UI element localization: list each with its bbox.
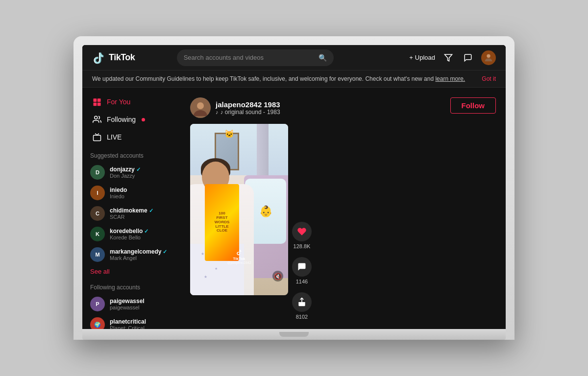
chidimokeme-name: chidimokeme ✓: [110, 207, 172, 214]
music-note-icon: ♪: [216, 109, 219, 115]
sound-name: 1983: [267, 109, 280, 116]
star-1: ★: [201, 252, 204, 256]
sidebar-item-following[interactable]: Following: [84, 111, 178, 128]
markangelcomedy-name: markangelcomedy ✓: [110, 248, 172, 255]
star-2: ★: [215, 267, 218, 271]
banner-got-it-button[interactable]: Got it: [482, 75, 496, 82]
suggested-account-chidimokeme[interactable]: C chidimokeme ✓ SCAR: [82, 203, 180, 224]
svg-point-1: [487, 54, 490, 57]
video-thumbnail-row: 🐱 👶: [190, 124, 496, 320]
svg-rect-3: [98, 98, 101, 102]
video-sound: ♪ ♪ original sound - 1983: [216, 109, 280, 116]
tiktok-wm-text: TikTok: [233, 257, 245, 261]
tiktok-watermark-area: TikTok @jalapeno2842: [227, 249, 251, 264]
filter-icon[interactable]: [442, 51, 455, 64]
sidebar-item-live[interactable]: LIVE: [84, 129, 178, 145]
koredebello-verified: ✓: [144, 228, 148, 235]
markangelcomedy-handle: Mark Angel: [110, 255, 172, 261]
tiktok-logo-icon: [92, 51, 106, 65]
comment-icon: [292, 257, 312, 277]
planetcritical-avatar: 🌍: [90, 317, 105, 329]
chidimokeme-handle: SCAR: [110, 214, 172, 220]
content-area: jalapeno28421983 ♪ ♪ original sound - 19…: [180, 88, 506, 329]
video-thumbnail[interactable]: 🐱 👶: [190, 124, 288, 295]
chidimokeme-info: chidimokeme ✓ SCAR: [110, 207, 172, 220]
following-icon: [92, 115, 102, 124]
iniedo-handle: Iniedo: [110, 193, 172, 199]
planetcritical-handle: Planet: Critical: [110, 325, 172, 329]
comment-action[interactable]: 1146: [292, 257, 312, 284]
paigewassel-handle: paigewassel: [110, 305, 172, 310]
koredebello-avatar: K: [90, 227, 105, 241]
following-notification-badge: [142, 118, 145, 121]
following-accounts-title: Following accounts: [82, 278, 180, 294]
suggested-accounts-title: Suggested accounts: [82, 146, 180, 162]
video-scene: 🐱 👶: [190, 124, 288, 295]
mute-button[interactable]: 🔇: [272, 271, 283, 282]
following-account-planetcritical[interactable]: 🌍 planetcritical Planet: Critical: [82, 314, 180, 329]
iniedo-info: iniedo Iniedo: [110, 187, 172, 199]
for-you-icon: [92, 97, 102, 106]
share-icon: [292, 292, 312, 312]
iniedo-name: iniedo: [110, 187, 172, 193]
svg-rect-2: [94, 98, 97, 102]
mute-icon: 🔇: [274, 273, 282, 280]
sound-prefix: ♪ original sound -: [220, 109, 265, 116]
video-user-row: jalapeno28421983 ♪ ♪ original sound - 19…: [190, 97, 280, 118]
markangelcomedy-verified: ✓: [163, 249, 167, 255]
svg-point-6: [95, 116, 98, 119]
donjazzy-verified: ✓: [136, 166, 141, 173]
suggested-account-iniedo[interactable]: I iniedo Iniedo: [82, 183, 180, 203]
suggested-account-markangelcomedy[interactable]: M markangelcomedy ✓ Mark Angel: [82, 244, 180, 265]
upload-label: Upload: [415, 54, 435, 61]
svg-rect-4: [94, 103, 97, 106]
star-4: ★: [204, 275, 207, 279]
video-actions: 128.8K 1146: [292, 124, 312, 320]
svg-marker-0: [445, 54, 452, 61]
logo-area: TikTok: [92, 51, 135, 65]
like-count: 128.8K: [294, 243, 311, 249]
sidebar-item-for-you[interactable]: For You: [84, 94, 178, 110]
koredebello-name: koredebello ✓: [110, 228, 172, 235]
tiktok-wm-logo: [236, 249, 243, 257]
app-container: TikTok Search accounts and videos 🔍 + Up…: [82, 45, 506, 329]
upload-prefix: +: [409, 54, 413, 61]
user-avatar[interactable]: [481, 50, 496, 65]
koredebello-handle: Korede Bello: [110, 235, 172, 240]
planetcritical-name: planetcritical: [110, 318, 172, 325]
like-icon: [292, 222, 312, 241]
donjazzy-info: donjazzy ✓ Don Jazzy: [110, 166, 172, 179]
video-header-row: jalapeno28421983 ♪ ♪ original sound - 19…: [190, 97, 496, 118]
paigewassel-info: paigewassel paigewassel: [110, 298, 172, 310]
donjazzy-handle: Don Jazzy: [110, 173, 172, 179]
video-creator-avatar: [190, 97, 211, 118]
svg-rect-7: [94, 135, 101, 141]
message-icon[interactable]: [462, 51, 474, 64]
for-you-label: For You: [107, 98, 130, 106]
suggested-account-koredebello[interactable]: K koredebello ✓ Korede Bello: [82, 224, 180, 244]
live-icon: [92, 133, 102, 141]
share-action[interactable]: 8102: [292, 292, 312, 320]
banner-learn-more[interactable]: learn more.: [435, 75, 465, 82]
upload-button[interactable]: + Upload: [409, 54, 435, 61]
laptop-screen: TikTok Search accounts and videos 🔍 + Up…: [82, 45, 506, 329]
like-action[interactable]: 128.8K: [292, 222, 312, 249]
paigewassel-avatar: P: [90, 297, 105, 311]
video-card: jalapeno28421983 ♪ ♪ original sound - 19…: [190, 97, 496, 320]
donjazzy-avatar: D: [90, 165, 105, 180]
community-banner: We updated our Community Guidelines to h…: [82, 70, 506, 88]
search-bar[interactable]: Search accounts and videos 🔍: [177, 49, 334, 66]
comment-count: 1146: [296, 279, 308, 284]
tiktok-wm-handle: @jalapeno2842: [227, 261, 251, 264]
paigewassel-name: paigewassel: [110, 298, 172, 305]
suggested-account-donjazzy[interactable]: D donjazzy ✓ Don Jazzy: [82, 162, 180, 183]
laptop-frame: TikTok Search accounts and videos 🔍 + Up…: [74, 36, 514, 340]
share-count: 8102: [296, 314, 308, 320]
see-all-button[interactable]: See all: [82, 265, 180, 278]
follow-button[interactable]: Follow: [450, 97, 496, 114]
pillar-object: [257, 124, 269, 175]
sidebar: For You Following: [82, 88, 180, 329]
search-icon: 🔍: [318, 54, 327, 62]
video-content: jalapeno28421983 ♪ ♪ original sound - 19…: [190, 97, 496, 320]
following-account-paigewassel[interactable]: P paigewassel paigewassel: [82, 294, 180, 314]
